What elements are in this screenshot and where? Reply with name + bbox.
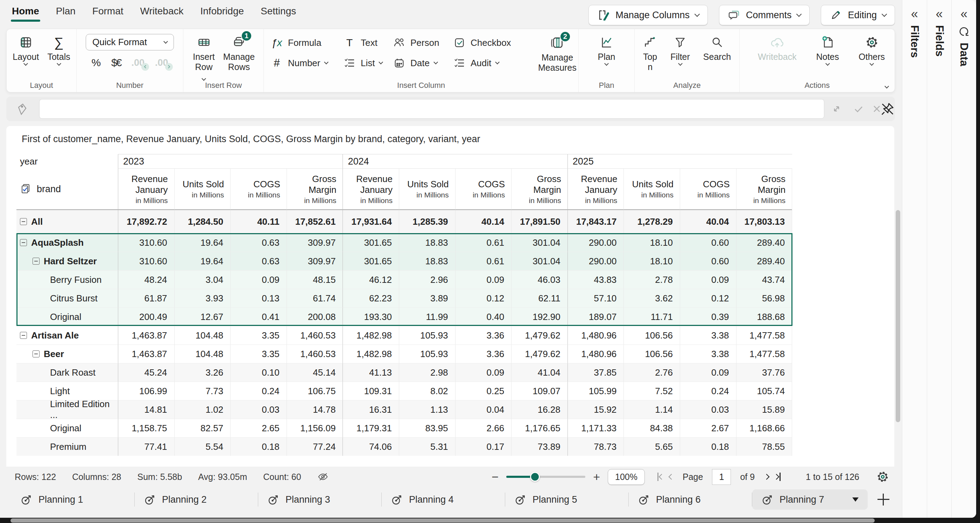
value-cell[interactable]: 1,158.75: [118, 419, 174, 437]
value-cell[interactable]: 1.02: [174, 400, 231, 419]
value-cell[interactable]: 62.11: [511, 289, 568, 307]
hide-stats-eye-icon[interactable]: [317, 471, 329, 482]
value-cell[interactable]: 1,278.29: [624, 210, 680, 233]
value-cell[interactable]: 43.83: [568, 270, 624, 289]
value-cell[interactable]: 1,168.66: [736, 419, 792, 437]
value-cell[interactable]: 18.10: [624, 233, 680, 252]
value-cell[interactable]: 78.55: [736, 437, 792, 456]
value-cell[interactable]: 5.65: [624, 437, 680, 456]
value-cell[interactable]: 301.04: [511, 233, 568, 252]
value-cell[interactable]: 2.67: [680, 419, 736, 437]
zoom-out-button[interactable]: −: [492, 471, 499, 483]
value-cell[interactable]: 2.78: [624, 270, 680, 289]
value-cell[interactable]: 2.76: [624, 363, 680, 381]
decrease-decimal-button[interactable]: .00: [131, 57, 145, 68]
value-cell[interactable]: 2.98: [399, 363, 455, 381]
value-cell[interactable]: 5.31: [399, 437, 455, 456]
plan-button[interactable]: Plan: [595, 33, 618, 67]
value-cell[interactable]: 0.09: [230, 270, 286, 289]
value-cell[interactable]: 17,843.17: [568, 210, 624, 233]
measure-header[interactable]: Gross Marginin Millions: [736, 169, 792, 210]
value-cell[interactable]: 3.35: [230, 326, 286, 344]
value-cell[interactable]: 5.54: [174, 437, 231, 456]
others-button[interactable]: Others: [856, 33, 888, 67]
value-cell[interactable]: 1,179.31: [342, 419, 399, 437]
next-page-button[interactable]: [764, 475, 769, 479]
expand-panel-chevrons-icon[interactable]: «: [935, 8, 943, 20]
value-cell[interactable]: 0.60: [680, 233, 736, 252]
value-cell[interactable]: 40.11: [230, 210, 286, 233]
measure-header[interactable]: Units Soldin Millions: [624, 169, 680, 210]
measure-header[interactable]: Units Soldin Millions: [399, 169, 455, 210]
value-cell[interactable]: 3.38: [680, 344, 736, 363]
totals-button[interactable]: ∑ Totals: [45, 33, 73, 67]
formula-input[interactable]: [39, 99, 824, 119]
value-cell[interactable]: 73.89: [511, 437, 568, 456]
value-cell[interactable]: 0.13: [230, 289, 286, 307]
value-cell[interactable]: 188.68: [736, 307, 792, 326]
notes-button[interactable]: Notes: [813, 33, 842, 67]
confirm-check-icon[interactable]: [852, 102, 865, 115]
value-cell[interactable]: 1,477.58: [736, 344, 792, 363]
value-cell[interactable]: 45.24: [118, 363, 174, 381]
insert-person-column-button[interactable]: Person: [393, 36, 453, 49]
insert-audit-column-button[interactable]: Audit: [453, 56, 526, 70]
expand-formula-bar-icon[interactable]: [830, 102, 843, 115]
editing-mode-button[interactable]: Editing: [821, 5, 895, 25]
value-cell[interactable]: 105.93: [399, 326, 455, 344]
value-cell[interactable]: 0.09: [455, 270, 512, 289]
percent-format-button[interactable]: %: [91, 57, 101, 69]
value-cell[interactable]: 0.40: [455, 307, 512, 326]
value-cell[interactable]: 1,463.87: [118, 344, 174, 363]
value-cell[interactable]: 301.65: [342, 252, 399, 270]
value-cell[interactable]: 14.81: [118, 400, 174, 419]
value-cell[interactable]: 1,482.98: [342, 326, 399, 344]
year-group-header[interactable]: 2024: [342, 154, 567, 169]
zoom-slider[interactable]: [506, 476, 585, 478]
expand-panel-chevrons-icon[interactable]: «: [911, 8, 918, 20]
value-cell[interactable]: 3.04: [174, 270, 231, 289]
value-cell[interactable]: 290.00: [568, 233, 624, 252]
value-cell[interactable]: 105.93: [399, 344, 455, 363]
sheet-tab[interactable]: Planning 2: [135, 490, 258, 510]
value-cell[interactable]: 40.14: [455, 210, 512, 233]
value-cell[interactable]: 1,176.65: [511, 419, 568, 437]
previous-page-button[interactable]: [669, 475, 673, 479]
value-cell[interactable]: 17,931.64: [342, 210, 399, 233]
value-cell[interactable]: 7.52: [624, 381, 680, 400]
unpin-formula-bar-icon[interactable]: [880, 102, 895, 116]
value-cell[interactable]: 16.28: [511, 400, 568, 419]
comments-button[interactable]: Comments: [719, 5, 810, 25]
value-cell[interactable]: 18.83: [399, 252, 455, 270]
value-cell[interactable]: 84.38: [624, 419, 680, 437]
value-cell[interactable]: 106.56: [624, 326, 680, 344]
value-cell[interactable]: 3.35: [230, 344, 286, 363]
value-cell[interactable]: 45.14: [286, 363, 343, 381]
value-cell[interactable]: 310.60: [118, 233, 174, 252]
value-cell[interactable]: 1,171.33: [568, 419, 624, 437]
value-cell[interactable]: 3.62: [624, 289, 680, 307]
zoom-slider-thumb[interactable]: [530, 472, 540, 482]
value-cell[interactable]: 200.08: [286, 307, 343, 326]
value-cell[interactable]: 0.61: [455, 252, 512, 270]
dropdown-arrow-icon[interactable]: [852, 497, 859, 502]
measure-header[interactable]: Gross Marginin Millions: [286, 169, 343, 210]
value-cell[interactable]: 0.09: [455, 363, 512, 381]
grid-settings-gear-icon[interactable]: [876, 470, 889, 483]
search-button[interactable]: Search: [700, 33, 734, 73]
value-cell[interactable]: 1,480.96: [568, 344, 624, 363]
measure-header[interactable]: Revenue Januaryin Millions: [342, 169, 399, 210]
row-label-cell[interactable]: Premium: [16, 437, 118, 456]
value-cell[interactable]: 46.03: [511, 270, 568, 289]
value-cell[interactable]: 82.57: [174, 419, 231, 437]
sheet-tab[interactable]: Planning 6: [629, 490, 752, 510]
value-cell[interactable]: 11.99: [399, 307, 455, 326]
menu-item-home[interactable]: Home: [12, 6, 39, 21]
sheet-tab[interactable]: Planning 3: [258, 490, 381, 510]
value-cell[interactable]: 56.98: [736, 289, 792, 307]
row-label-cell[interactable]: Limited Edition ...: [16, 400, 118, 419]
menu-item-writeback[interactable]: Writeback: [140, 6, 184, 21]
value-cell[interactable]: 19.64: [174, 252, 231, 270]
value-cell[interactable]: 0.04: [455, 400, 512, 419]
value-cell[interactable]: 3.26: [174, 363, 231, 381]
